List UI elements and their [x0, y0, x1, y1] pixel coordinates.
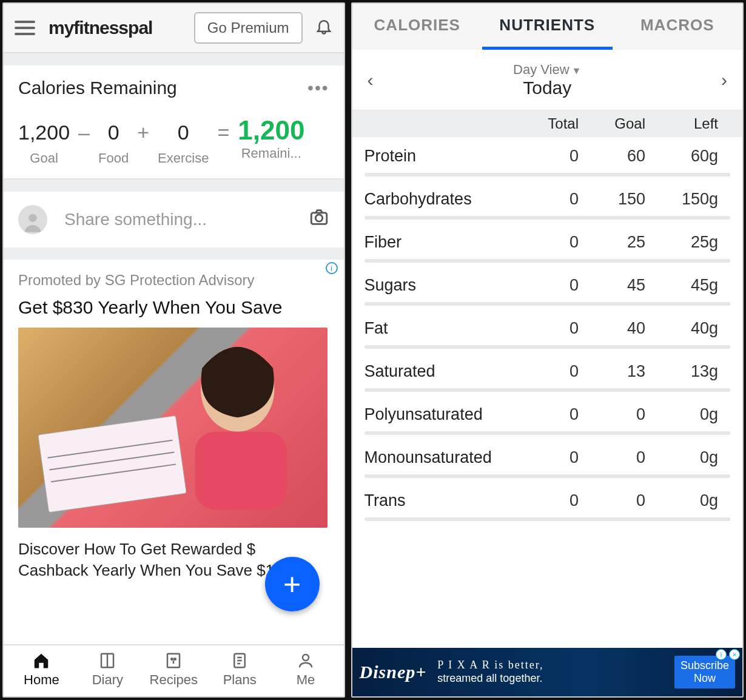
tab-nutrients[interactable]: NUTRIENTS: [482, 4, 612, 50]
prev-day-icon[interactable]: ‹: [352, 70, 389, 90]
nutrient-row[interactable]: Trans 0 0 0g: [352, 482, 742, 525]
nutrient-row[interactable]: Fiber 0 25 25g: [352, 223, 742, 266]
share-composer[interactable]: Share something...: [4, 192, 344, 247]
nutrient-name: Fiber: [365, 233, 512, 252]
date-selector[interactable]: Day View▼ Today: [389, 62, 706, 98]
date-bar: ‹ Day View▼ Today ›: [352, 50, 742, 110]
ad-close-icon[interactable]: ×: [729, 649, 740, 660]
nutrient-name: Monounsaturated: [365, 448, 512, 467]
nutrient-total: 0: [512, 491, 579, 510]
food-label: Food: [98, 150, 129, 166]
view-label: Day View: [513, 62, 570, 77]
ad-banner[interactable]: i× Disnep+ P I X A R is better, streamed…: [352, 648, 742, 696]
ad-controls[interactable]: i×: [716, 649, 740, 660]
nutrient-name: Protein: [365, 147, 512, 166]
svg-point-8: [175, 658, 176, 660]
nutrient-name: Sugars: [365, 276, 512, 295]
svg-point-0: [29, 214, 36, 222]
tab-macros[interactable]: MACROS: [613, 4, 742, 50]
svg-point-10: [303, 655, 309, 661]
minus-sign: –: [78, 121, 90, 144]
share-placeholder: Share something...: [64, 210, 207, 229]
nutrient-total: 0: [512, 405, 579, 424]
ad-text: P I X A R is better, streamed all togeth…: [437, 659, 674, 685]
nav-me[interactable]: Me: [273, 650, 339, 688]
nutrient-left: 60g: [645, 147, 730, 166]
menu-icon[interactable]: [15, 21, 35, 35]
ad-info-icon[interactable]: i: [326, 262, 338, 274]
nutrient-left: 45g: [645, 276, 730, 295]
nutrient-row[interactable]: Polyunsaturated 0 0 0g: [352, 395, 742, 439]
add-fab[interactable]: +: [265, 557, 320, 611]
nutrient-total: 0: [512, 362, 579, 381]
plus-icon: +: [283, 567, 301, 602]
nutrient-progress-bar: [365, 474, 730, 478]
nutrient-progress-bar: [365, 173, 730, 177]
nutrient-list: Protein 0 60 60g Carbohydrates 0 150 150…: [352, 137, 742, 525]
header-left: Left: [645, 115, 730, 132]
goal-label: Goal: [18, 150, 70, 166]
nutrient-left: 13g: [645, 362, 730, 381]
calories-equation: 1,200 Goal – 0 Food + 0 Exercise = 1,200…: [18, 115, 329, 166]
nutrient-header: Total Goal Left: [352, 110, 742, 137]
nutrient-goal: 0: [579, 491, 645, 510]
ad-info-icon[interactable]: i: [716, 649, 727, 660]
promo-image: [18, 328, 328, 528]
plans-icon: [207, 650, 273, 671]
food-value: 0: [98, 121, 129, 144]
nutrient-left: 150g: [645, 190, 730, 209]
nutrient-row[interactable]: Carbohydrates 0 150 150g: [352, 180, 742, 223]
nutrient-name: Fat: [365, 319, 512, 338]
nutrient-name: Polyunsaturated: [365, 405, 512, 424]
promo-title: Get $830 Yearly When You Save: [18, 297, 329, 318]
nutrient-total: 0: [512, 319, 579, 338]
nutrient-total: 0: [512, 233, 579, 252]
tab-calories[interactable]: CALORIES: [352, 4, 482, 50]
nutrient-left: 0g: [645, 491, 730, 510]
app-title: myfitnesspal: [49, 18, 152, 38]
nav-diary[interactable]: Diary: [75, 650, 141, 688]
spacer: [4, 53, 344, 66]
svg-point-2: [315, 215, 322, 221]
nutrient-progress-bar: [365, 302, 730, 306]
ad-brand: Disnep+: [360, 662, 427, 682]
nav-label: Diary: [75, 672, 141, 688]
nav-plans[interactable]: Plans: [207, 650, 273, 688]
svg-rect-4: [195, 432, 287, 510]
camera-icon[interactable]: [309, 207, 329, 232]
promoted-card[interactable]: i Promoted by SG Protection Advisory Get…: [4, 260, 344, 581]
next-day-icon[interactable]: ›: [706, 70, 742, 90]
nav-recipes[interactable]: Recipes: [141, 650, 207, 688]
chevron-down-icon: ▼: [572, 66, 582, 76]
nutrient-progress-bar: [365, 216, 730, 220]
nutrient-progress-bar: [365, 259, 730, 263]
nutrient-row[interactable]: Monounsaturated 0 0 0g: [352, 439, 742, 482]
diary-icon: [75, 650, 141, 671]
header: myfitnesspal Go Premium: [4, 4, 344, 53]
nav-label: Recipes: [141, 672, 207, 688]
nutrient-row[interactable]: Sugars 0 45 45g: [352, 266, 742, 309]
nutrient-goal: 13: [579, 362, 645, 381]
subscribe-button[interactable]: Subscribe Now: [674, 656, 735, 688]
tab-bar: CALORIES NUTRIENTS MACROS: [352, 4, 742, 50]
goal-value: 1,200: [18, 121, 70, 144]
nav-home[interactable]: Home: [8, 650, 75, 688]
nutrient-row[interactable]: Protein 0 60 60g: [352, 137, 742, 180]
remaining-value: 1,200: [238, 115, 304, 146]
nutrient-progress-bar: [365, 517, 730, 521]
nutrient-total: 0: [512, 448, 579, 467]
home-screen: myfitnesspal Go Premium Calories Remaini…: [2, 2, 345, 698]
bottom-nav: Home Diary Recipes Plans Me: [4, 644, 344, 696]
notification-icon[interactable]: [315, 17, 333, 39]
more-icon[interactable]: •••: [307, 78, 329, 98]
person-icon: [273, 650, 339, 671]
nutrient-total: 0: [512, 276, 579, 295]
nutrient-goal: 45: [579, 276, 645, 295]
spacer: [4, 180, 344, 192]
nutrient-row[interactable]: Saturated 0 13 13g: [352, 352, 742, 395]
svg-point-7: [172, 658, 173, 660]
nutrient-left: 25g: [645, 233, 730, 252]
go-premium-button[interactable]: Go Premium: [194, 12, 303, 44]
nutrient-row[interactable]: Fat 0 40 40g: [352, 309, 742, 352]
nav-label: Home: [8, 672, 75, 688]
